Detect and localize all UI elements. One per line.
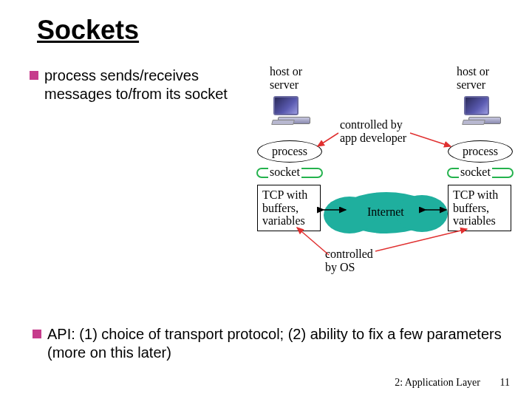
process-oval-left: process	[257, 140, 322, 163]
internet-label: Internet	[367, 205, 404, 219]
footer-chapter: 2: Application Layer	[395, 377, 480, 389]
host-label-right: host or server	[457, 65, 489, 91]
svg-line-1	[410, 133, 451, 146]
svg-line-0	[318, 133, 338, 146]
bullet-2-text: API: (1) choice of transport protocol; (…	[47, 325, 505, 362]
host-label-left: host or server	[270, 65, 302, 91]
process-oval-right: process	[448, 140, 513, 163]
slide-title: Sockets	[37, 15, 139, 46]
bullet-2: API: (1) choice of transport protocol; (…	[33, 325, 505, 362]
computer-icon-right	[464, 96, 502, 126]
process-label-right: process	[463, 145, 498, 158]
bullet-1: process sends/receives messages to/from …	[30, 66, 244, 103]
process-label-left: process	[272, 145, 307, 158]
tcp-box-right: TCP with buffers, variables	[448, 185, 511, 231]
bullet-icon	[33, 330, 41, 338]
tcp-box-left: TCP with buffers, variables	[257, 185, 321, 231]
socket-label-right: socket	[459, 166, 492, 179]
socket-label-left: socket	[268, 166, 301, 179]
annotation-app-developer: controlled by app developer	[340, 118, 406, 146]
footer-page: 11	[500, 377, 510, 389]
annotation-os: controlled by OS	[325, 248, 373, 275]
computer-icon-left	[273, 96, 312, 126]
bullet-icon	[30, 71, 38, 80]
bullet-1-text: process sends/receives messages to/from …	[44, 66, 244, 103]
svg-line-4	[297, 228, 329, 255]
